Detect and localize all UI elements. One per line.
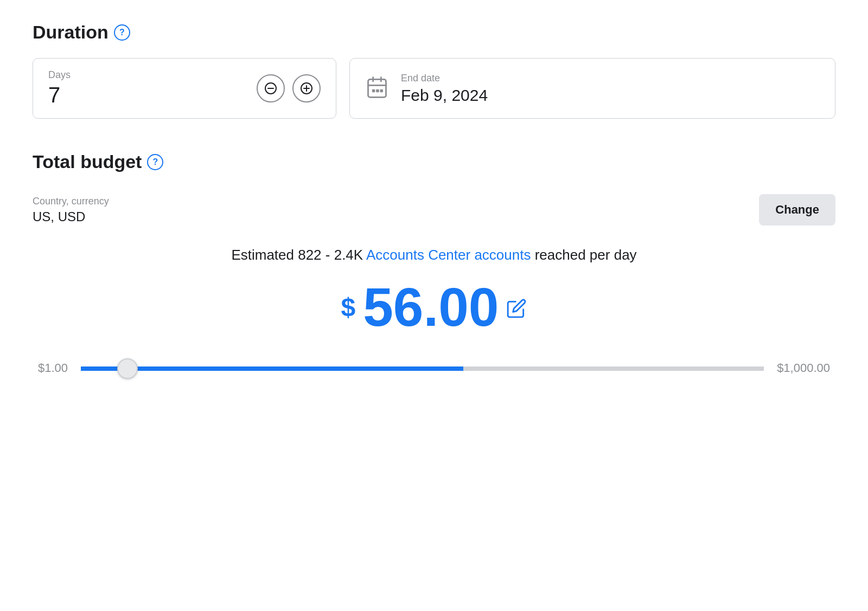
svg-rect-9 [372, 89, 375, 93]
svg-rect-10 [376, 89, 379, 93]
duration-help-icon[interactable]: ? [114, 24, 130, 41]
change-button[interactable]: Change [759, 194, 835, 226]
budget-amount-row: $ 56.00 [33, 280, 835, 334]
svg-rect-5 [368, 79, 386, 97]
svg-rect-11 [380, 89, 384, 93]
duration-title-row: Duration ? [33, 22, 835, 43]
budget-slider-container: $1.00 $1,000.00 [33, 361, 835, 375]
dollar-sign: $ [341, 292, 356, 322]
days-label: Days [48, 69, 71, 81]
end-date-value: Feb 9, 2024 [401, 86, 488, 105]
stepper-buttons [257, 74, 321, 102]
end-date-box[interactable]: End date Feb 9, 2024 [349, 58, 835, 119]
budget-title-row: Total budget ? [33, 151, 835, 172]
days-box: Days 7 [33, 58, 336, 119]
estimated-prefix: Estimated 822 - 2.4K [231, 247, 366, 263]
duration-controls: Days 7 [33, 58, 835, 119]
slider-max-label: $1,000.00 [777, 361, 830, 375]
total-budget-section: Total budget ? Country, currency US, USD… [33, 151, 835, 375]
accounts-center-link[interactable]: Accounts Center accounts [366, 247, 531, 263]
budget-slider[interactable] [81, 366, 764, 371]
decrement-button[interactable] [257, 74, 285, 102]
currency-value: US, USD [33, 209, 109, 224]
duration-section: Duration ? Days 7 [33, 22, 835, 119]
budget-amount: 56.00 [363, 280, 499, 334]
days-value: 7 [48, 83, 71, 107]
budget-title: Total budget [33, 151, 142, 172]
duration-title: Duration [33, 22, 108, 43]
end-date-content: End date Feb 9, 2024 [401, 73, 488, 105]
end-date-label: End date [401, 73, 488, 84]
estimated-suffix: reached per day [531, 247, 636, 263]
days-info: Days 7 [48, 69, 71, 107]
estimated-reach-text: Estimated 822 - 2.4K Accounts Center acc… [33, 245, 835, 265]
slider-wrapper [81, 363, 764, 373]
edit-budget-icon[interactable] [506, 298, 527, 321]
calendar-icon [365, 75, 389, 101]
currency-row: Country, currency US, USD Change [33, 194, 835, 226]
budget-help-icon[interactable]: ? [147, 154, 163, 170]
currency-info: Country, currency US, USD [33, 196, 109, 224]
currency-label: Country, currency [33, 196, 109, 207]
slider-min-label: $1.00 [38, 361, 68, 375]
increment-button[interactable] [292, 74, 321, 102]
